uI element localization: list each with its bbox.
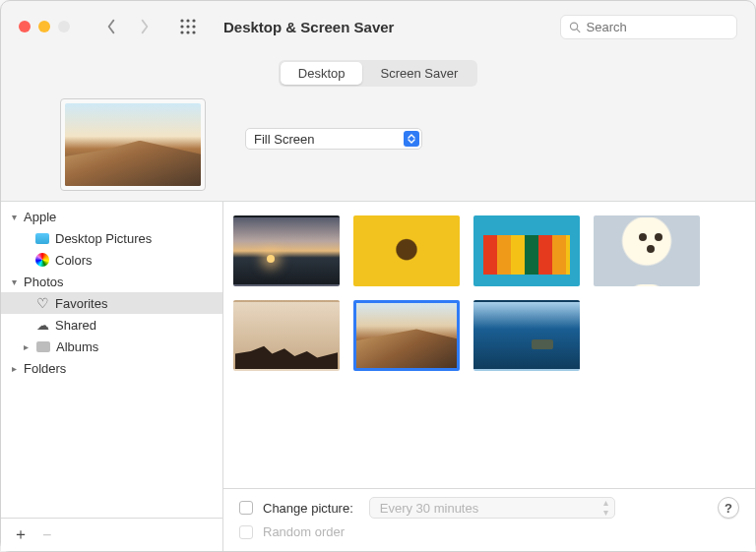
change-interval-label: Every 30 minutes [380,501,478,516]
svg-point-0 [180,19,183,22]
tab-bar: Desktop Screen Saver [1,52,755,92]
group-apple[interactable]: ▾ Apple [1,206,222,227]
random-order-row: Random order [239,524,739,539]
gallery-footer: Change picture: Every 30 minutes ▴▾ ? Ra… [223,488,755,551]
zoom-window-button[interactable] [58,21,70,32]
current-desktop-preview [60,98,206,191]
group-photos[interactable]: ▾ Photos [1,271,222,292]
change-picture-label: Change picture: [263,501,353,516]
chevron-updown-icon [404,131,419,147]
tab-desktop[interactable]: Desktop [281,62,363,85]
fill-mode-select[interactable]: Fill Screen [245,128,422,150]
search-icon [569,21,581,33]
svg-point-4 [186,25,189,28]
sidebar-item-colors[interactable]: Colors [1,249,222,271]
sidebar-item-desktop-pictures[interactable]: Desktop Pictures [1,227,222,249]
random-order-checkbox[interactable] [239,525,253,539]
segmented-control: Desktop Screen Saver [279,60,477,87]
tab-screen-saver[interactable]: Screen Saver [362,62,475,85]
svg-point-8 [192,31,195,33]
chevron-down-icon[interactable]: ▾ [9,212,19,222]
gallery-scroll[interactable] [223,202,755,488]
sidebar-item-label: Colors [55,253,93,268]
preferences-window: Desktop & Screen Saver Desktop Screen Sa… [0,0,756,552]
search-field[interactable] [560,15,737,39]
sidebar-item-favorites[interactable]: ♡ Favorites [1,292,222,314]
gallery-thumbnail[interactable] [233,300,340,371]
random-order-label: Random order [263,524,345,539]
search-input[interactable] [587,20,728,34]
svg-point-3 [180,25,183,28]
preview-row: Fill Screen [1,92,755,201]
cloud-icon: ☁︎ [34,317,50,333]
close-window-button[interactable] [19,21,31,32]
gallery-thumbnail-selected[interactable] [353,300,460,371]
source-tree: ▾ Apple Desktop Pictures Colors ▾ Photos… [1,202,222,518]
change-interval-select[interactable]: Every 30 minutes ▴▾ [369,497,615,519]
svg-point-5 [192,25,195,28]
svg-point-7 [186,31,189,33]
source-sidebar: ▾ Apple Desktop Pictures Colors ▾ Photos… [1,202,223,551]
chevron-right-icon[interactable]: ▸ [9,363,19,374]
remove-source-button[interactable]: − [42,526,51,544]
group-label: Apple [24,210,56,224]
gallery-thumbnail[interactable] [353,215,460,286]
folder-icon [34,230,50,246]
window-title: Desktop & Screen Saver [223,19,394,35]
change-picture-checkbox[interactable] [239,501,253,515]
main-split: ▾ Apple Desktop Pictures Colors ▾ Photos… [1,201,755,551]
folder-icon [35,338,51,354]
gallery-thumbnail[interactable] [473,215,580,286]
forward-button[interactable] [133,15,157,38]
svg-point-1 [186,19,189,22]
svg-line-10 [577,29,580,31]
help-button[interactable]: ? [718,497,739,519]
fill-mode-label: Fill Screen [254,132,314,147]
chevron-updown-icon: ▴▾ [603,498,608,518]
sidebar-footer: ＋ − [1,518,222,551]
sidebar-item-shared[interactable]: ☁︎ Shared [1,314,222,336]
sidebar-item-label: Shared [55,318,96,333]
group-label: Folders [24,361,66,376]
sidebar-item-albums[interactable]: ▸ Albums [1,336,222,357]
gallery-row [233,215,745,286]
picture-gallery: Change picture: Every 30 minutes ▴▾ ? Ra… [223,202,755,551]
sidebar-item-label: Favorites [55,296,107,311]
group-folders[interactable]: ▸ Folders [1,357,222,379]
add-source-button[interactable]: ＋ [13,524,29,545]
gallery-thumbnail[interactable] [233,215,340,286]
heart-icon: ♡ [34,295,50,311]
sidebar-item-label: Albums [56,339,98,354]
chevron-right-icon[interactable]: ▸ [21,341,31,352]
svg-point-6 [180,31,183,33]
sidebar-item-label: Desktop Pictures [55,231,152,246]
gallery-thumbnail[interactable] [594,215,700,286]
gallery-thumbnail[interactable] [473,300,580,371]
toolbar: Desktop & Screen Saver [1,1,755,52]
back-button[interactable] [99,15,123,38]
color-wheel-icon [34,252,50,268]
chevron-down-icon[interactable]: ▾ [9,276,19,287]
preview-thumbnail [65,103,201,186]
window-controls [19,21,70,32]
minimize-window-button[interactable] [38,21,50,32]
show-all-button[interactable] [176,15,200,38]
gallery-row [233,300,745,371]
change-picture-row: Change picture: Every 30 minutes ▴▾ ? [239,497,739,519]
group-label: Photos [24,275,63,289]
svg-point-2 [192,19,195,22]
